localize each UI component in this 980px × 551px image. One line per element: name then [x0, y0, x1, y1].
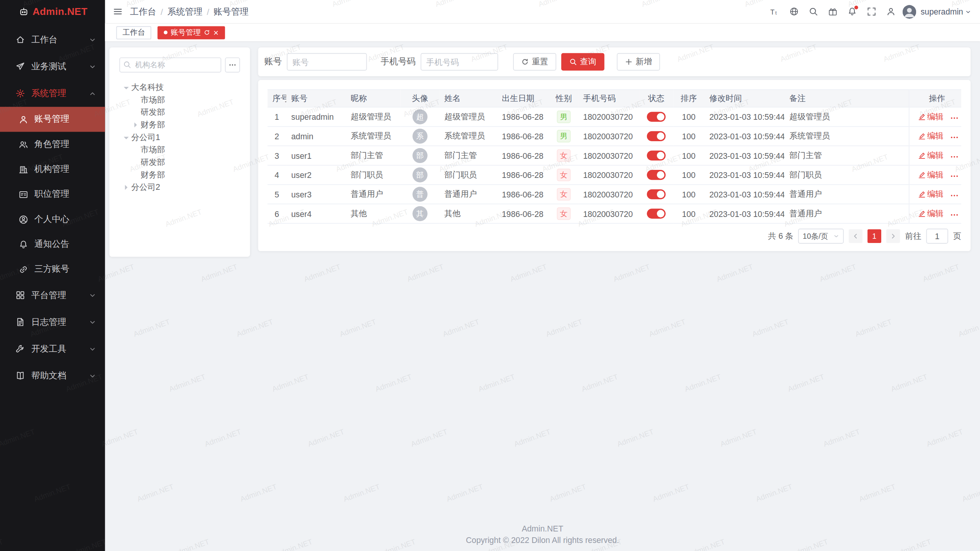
phone-filter-input[interactable]: [421, 53, 498, 71]
org-name-search-input[interactable]: [119, 57, 221, 72]
document-icon: [16, 317, 25, 326]
status-toggle[interactable]: [647, 151, 666, 161]
cell-avatar: 部: [401, 146, 439, 165]
search-button[interactable]: 查询: [561, 53, 604, 71]
sidebar-item-workbench[interactable]: 工作台: [0, 26, 105, 53]
edit-button[interactable]: 编辑: [918, 169, 944, 180]
tree-node[interactable]: 财务部: [119, 169, 240, 181]
sidebar-item-role-management[interactable]: 角色管理: [0, 132, 105, 156]
more-actions-button[interactable]: [950, 153, 959, 161]
sidebar-item-label: 账号管理: [34, 114, 96, 125]
prev-page-button[interactable]: [849, 229, 862, 243]
tab-account-management[interactable]: 账号管理: [157, 26, 225, 39]
user-menu[interactable]: superadmin: [921, 7, 971, 16]
col-header-status: 状态: [639, 90, 673, 107]
edit-button[interactable]: 编辑: [918, 208, 944, 219]
footer: Admin.NET Copyright © 2022 Dilon All rig…: [105, 523, 980, 546]
goto-page-input[interactable]: [926, 229, 948, 244]
sidebar-menu: 工作台 业务测试 系统管理 账号管理 角色管理: [0, 23, 105, 551]
locale-button[interactable]: [786, 4, 801, 19]
caret-icon[interactable]: [124, 134, 129, 140]
caret-icon[interactable]: [134, 122, 138, 128]
tree-node[interactable]: 分公司1: [119, 131, 240, 144]
sidebar-item-system-management[interactable]: 系统管理: [0, 80, 105, 107]
add-button[interactable]: 新增: [617, 53, 660, 71]
sidebar-item-personal-center[interactable]: 个人中心: [0, 207, 105, 231]
edit-button[interactable]: 编辑: [918, 130, 944, 142]
paper-plane-icon: [16, 62, 25, 71]
status-toggle[interactable]: [647, 112, 666, 122]
tree-node[interactable]: 大名科技: [119, 81, 240, 94]
reset-button[interactable]: 重置: [513, 53, 556, 71]
tree-node[interactable]: 市场部: [119, 144, 240, 156]
sidebar-item-position-management[interactable]: 职位管理: [0, 182, 105, 207]
link-icon: [19, 264, 28, 274]
more-actions-button[interactable]: [950, 114, 959, 123]
cell-account: admin: [286, 127, 346, 146]
tree-more-button[interactable]: [225, 57, 240, 72]
collapse-sidebar-button[interactable]: [110, 4, 125, 19]
font-size-icon: Tt: [769, 7, 779, 16]
sidebar-item-platform-management[interactable]: 平台管理: [0, 282, 105, 308]
page-number-active[interactable]: 1: [867, 229, 881, 243]
sidebar-item-org-management[interactable]: 机构管理: [0, 157, 105, 182]
page-size-select[interactable]: 10条/页: [798, 229, 844, 244]
breadcrumb-item[interactable]: 工作台: [130, 6, 157, 17]
more-actions-button[interactable]: [950, 133, 959, 142]
breadcrumb-item[interactable]: 系统管理: [167, 6, 202, 17]
col-header-avatar: 头像: [401, 90, 439, 107]
global-search-button[interactable]: [806, 4, 821, 19]
sidebar: Admin.NET 工作台 业务测试 系统管理 账号管理: [0, 0, 105, 551]
fullscreen-button[interactable]: [864, 4, 879, 19]
avatar[interactable]: [903, 5, 916, 18]
profile-circle-icon: [19, 215, 28, 224]
toggle-knob: [657, 210, 665, 218]
col-header-account: 账号: [286, 90, 346, 107]
cell-name: 其他: [439, 204, 497, 223]
sidebar-item-dev-tools[interactable]: 开发工具: [0, 336, 105, 362]
caret-icon[interactable]: [124, 84, 129, 90]
tree-node[interactable]: 财务部: [119, 119, 240, 131]
edit-icon: [918, 152, 926, 159]
cell-seq: 5: [268, 184, 286, 204]
tab-refresh-button[interactable]: [204, 29, 210, 36]
font-size-button[interactable]: Tt: [767, 4, 782, 19]
status-toggle[interactable]: [647, 189, 666, 199]
edit-button[interactable]: 编辑: [918, 111, 944, 122]
tree-node[interactable]: 分公司2: [119, 181, 240, 194]
tree-node[interactable]: 市场部: [119, 94, 240, 106]
status-toggle[interactable]: [647, 170, 666, 180]
more-actions-button[interactable]: [950, 211, 959, 220]
theme-button[interactable]: [825, 4, 840, 19]
next-page-button[interactable]: [886, 229, 900, 243]
tree-node[interactable]: 研发部: [119, 156, 240, 169]
cell-nickname: 普通用户: [346, 184, 401, 204]
refresh-icon: [204, 29, 210, 36]
notification-button[interactable]: [844, 4, 859, 19]
book-icon: [16, 371, 25, 380]
sidebar-item-business-test[interactable]: 业务测试: [0, 53, 105, 80]
edit-button[interactable]: 编辑: [918, 150, 944, 161]
more-actions-button[interactable]: [950, 172, 959, 181]
tab-close-button[interactable]: [213, 30, 219, 36]
edit-icon: [918, 171, 926, 179]
sidebar-item-account-management[interactable]: 账号管理: [0, 107, 105, 132]
sidebar-item-help-docs[interactable]: 帮助文档: [0, 362, 105, 389]
edit-button[interactable]: 编辑: [918, 189, 944, 200]
caret-icon[interactable]: [124, 184, 129, 191]
sidebar-item-third-party-account[interactable]: 三方账号: [0, 257, 105, 282]
sidebar-item-log-management[interactable]: 日志管理: [0, 309, 105, 336]
tab-workbench[interactable]: 工作台: [116, 26, 151, 39]
cell-remark: 部门主管: [784, 146, 909, 165]
account-filter-input[interactable]: [287, 53, 367, 71]
status-toggle[interactable]: [647, 209, 666, 219]
status-toggle[interactable]: [647, 131, 666, 141]
cell-name: 系统管理员: [439, 127, 497, 146]
cell-ops: 编辑: [909, 107, 961, 127]
sidebar-item-notice[interactable]: 通知公告: [0, 232, 105, 257]
logo[interactable]: Admin.NET: [0, 0, 105, 23]
tree-node[interactable]: 研发部: [119, 106, 240, 119]
user-setting-button[interactable]: [883, 4, 898, 19]
cell-remark: 系统管理员: [784, 127, 909, 146]
more-actions-button[interactable]: [950, 191, 959, 200]
